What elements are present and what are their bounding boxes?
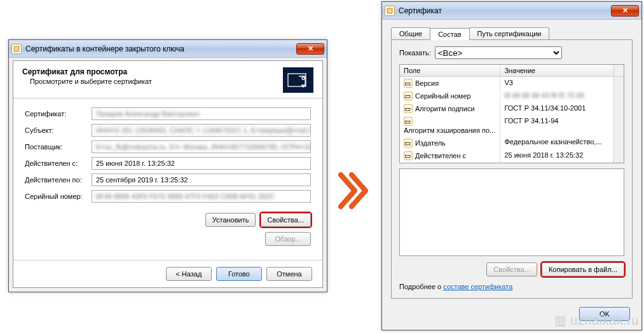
cell-field: Серийный номер	[415, 92, 471, 100]
close-button[interactable]: ✕	[296, 43, 324, 55]
tab-panel-details: Показать: <Все> Поле Значение ▭ВерсияV3▭…	[391, 39, 633, 299]
cell-value: Федеральное казначейство,...	[500, 136, 613, 149]
table-row[interactable]: ▭ВерсияV3	[400, 77, 624, 90]
svg-rect-1	[288, 74, 306, 86]
field-certificate[interactable]: Лазарев Александр Викторович	[92, 107, 311, 120]
table-row[interactable]: ▭Алгоритм хэширования по...ГОСТ Р 34.11-…	[400, 115, 624, 136]
scrollbar-track[interactable]	[613, 102, 624, 115]
titlebar[interactable]: Сертификаты в контейнере закрытого ключа…	[9, 40, 327, 58]
flow-arrow-icon	[338, 172, 369, 210]
field-valid-to[interactable]: 25 сентября 2019 г. 13:25:32	[92, 173, 311, 186]
edit-properties-button: Свойства...	[486, 262, 537, 276]
cell-field: Версия	[415, 79, 439, 87]
tab-general[interactable]: Общие	[391, 27, 430, 39]
watermark: ▥ uznaikak.ru	[554, 313, 639, 328]
scrollbar-track[interactable]	[613, 149, 624, 162]
container-certs-dialog: Сертификаты в контейнере закрытого ключа…	[8, 39, 327, 292]
dialog-body: Общие Состав Путь сертификации Показать:…	[386, 22, 638, 326]
show-label: Показать:	[399, 49, 431, 57]
cell-field: Алгоритм хэширования по...	[404, 126, 495, 134]
cell-value: ГОСТ Р 34.11-94	[500, 115, 613, 136]
label-valid-from: Действителен с:	[25, 160, 92, 167]
cell-value: V3	[500, 77, 613, 90]
cancel-button[interactable]: Отмена	[266, 267, 312, 281]
certificate-dialog: Сертификат ✕ Общие Состав Путь сертифика…	[381, 1, 642, 330]
cell-field: Издатель	[415, 139, 446, 147]
field-detail-textarea[interactable]	[399, 168, 624, 256]
fields-table[interactable]: Поле Значение ▭ВерсияV3▭Серийный номер6f…	[399, 64, 624, 163]
field-icon: ▭	[404, 117, 413, 126]
scrollbar-track[interactable]	[613, 90, 624, 102]
watermark-icon: ▥	[554, 313, 567, 328]
field-icon: ▭	[404, 104, 413, 113]
back-button[interactable]: < Назад	[166, 267, 212, 281]
cert-app-icon	[385, 6, 395, 16]
tabstrip: Общие Состав Путь сертификации	[386, 22, 638, 39]
cell-value: 25 сентября 2019 г. 13:25:32	[500, 162, 613, 163]
window-title: Сертификат	[399, 6, 611, 15]
field-issuer[interactable]: E=uc_fk@roskazna.ru, S=г. Москва, ИНН=00…	[92, 140, 311, 153]
learn-more-link[interactable]: составе сертификата	[443, 283, 512, 290]
certificate-logo-icon	[283, 67, 313, 93]
window-title: Сертификаты в контейнере закрытого ключа	[25, 44, 296, 53]
cell-value: 6f 48 88 98 43 f8 f5 70 98	[500, 90, 613, 102]
properties-button[interactable]: Свойства...	[261, 213, 311, 227]
field-subject[interactable]: ИНН=0 281 13938943, СНИЛС = 1189670321 1…	[92, 124, 311, 137]
cell-value: 25 июня 2018 г. 13:25:32	[500, 149, 613, 162]
tab-details[interactable]: Состав	[430, 28, 469, 40]
label-serial: Серийный номер:	[25, 193, 92, 200]
field-serial[interactable]: 6F48 8898 43F8 F570 9868 47F5 F863 C88B …	[92, 190, 311, 203]
scrollbar-track[interactable]	[613, 136, 624, 149]
section-heading: Сертификат для просмотра	[22, 67, 283, 76]
table-row[interactable]: ▭ИздательФедеральное казначейство,...	[400, 136, 624, 149]
copy-to-file-button[interactable]: Копировать в файл...	[542, 262, 624, 276]
cell-field: Алгоритм подписи	[415, 105, 475, 112]
titlebar[interactable]: Сертификат ✕	[382, 2, 641, 20]
col-value[interactable]: Значение	[500, 65, 613, 76]
field-icon: ▭	[404, 151, 413, 160]
install-button[interactable]: Установить	[205, 213, 256, 227]
table-row[interactable]: ▭Действителен с25 июня 2018 г. 13:25:32	[400, 149, 624, 162]
dialog-body: Сертификат для просмотра Просмотрите и в…	[13, 60, 323, 288]
finish-button[interactable]: Готово	[216, 267, 262, 281]
scrollbar-header	[613, 65, 624, 76]
table-row[interactable]: ▭Серийный номер6f 48 88 98 43 f8 f5 70 9…	[400, 90, 624, 102]
cert-app-icon	[11, 44, 22, 54]
field-icon: ▭	[404, 79, 413, 88]
svg-rect-3	[387, 8, 392, 13]
link-prefix: Подробнее о	[399, 283, 443, 290]
field-icon: ▭	[404, 139, 413, 147]
field-valid-from[interactable]: 25 июня 2018 г. 13:25:32	[92, 157, 311, 170]
label-valid-to: Действителен по:	[25, 176, 92, 184]
cell-value: ГОСТ Р 34.11/34.10-2001	[500, 102, 613, 115]
svg-point-2	[302, 77, 305, 79]
field-icon: ▭	[404, 92, 413, 100]
cell-field: Действителен с	[415, 152, 466, 160]
table-row[interactable]: ▭Алгоритм подписиГОСТ Р 34.11/34.10-2001	[400, 102, 624, 115]
section-subheading: Просмотрите и выберите сертификат	[22, 78, 283, 85]
tab-certpath[interactable]: Путь сертификации	[469, 27, 550, 39]
label-certificate: Сертификат:	[25, 110, 92, 118]
close-button[interactable]: ✕	[611, 5, 639, 17]
label-subject: Субъект:	[25, 126, 92, 134]
scrollbar-track[interactable]	[613, 115, 624, 136]
col-field[interactable]: Поле	[400, 65, 500, 76]
browse-button: Обзор...	[265, 232, 311, 246]
show-select[interactable]: <Все>	[435, 46, 562, 59]
label-issuer: Поставщик:	[25, 143, 92, 151]
table-row[interactable]: ▭Действителен по25 сентября 2019 г. 13:2…	[400, 162, 624, 163]
scrollbar-track[interactable]	[613, 77, 624, 90]
scrollbar-track[interactable]	[613, 162, 624, 163]
svg-rect-0	[14, 46, 19, 51]
watermark-text: uznaikak.ru	[570, 313, 639, 328]
